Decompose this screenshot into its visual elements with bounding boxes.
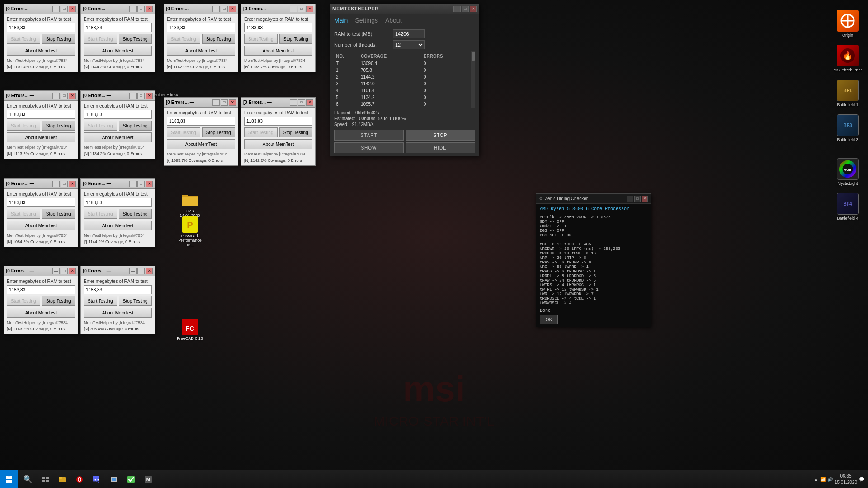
about-btn-8[interactable]: About MemTest	[244, 139, 312, 149]
close-btn-7[interactable]: ✕	[229, 99, 236, 106]
stop-btn-10[interactable]: Stop Testing	[119, 209, 152, 219]
stop-btn-11[interactable]: Stop Testing	[42, 296, 75, 306]
memtest-stop-btn[interactable]: STOP	[406, 130, 475, 141]
taskbar-checkmark-icon[interactable]	[123, 471, 139, 488]
scrollbar[interactable]	[471, 51, 475, 108]
minimize-btn-8[interactable]: —	[290, 99, 297, 106]
ram-input-5[interactable]	[7, 110, 75, 119]
stop-btn-12[interactable]: Stop Testing	[119, 296, 152, 306]
memtest-close-btn[interactable]: ✕	[470, 6, 477, 12]
start-btn-6[interactable]: Start Testing	[84, 121, 117, 131]
ram-input-9[interactable]	[7, 198, 75, 207]
close-btn-10[interactable]: ✕	[146, 181, 153, 187]
nav-main[interactable]: Main	[334, 16, 348, 25]
close-btn-8[interactable]: ✕	[306, 99, 313, 106]
titlebar-8[interactable]: [0 Errors... — — □ ✕	[241, 98, 315, 108]
taskbar-search-icon[interactable]: 🔍	[20, 471, 36, 488]
zen2-minimize-btn[interactable]: —	[627, 196, 633, 202]
origin-icon[interactable]: Origin	[835, 8, 860, 39]
tray-network-icon[interactable]: 📶	[820, 477, 826, 482]
maximize-btn-6[interactable]: □	[137, 93, 145, 99]
minimize-btn-10[interactable]: —	[129, 181, 137, 187]
ram-input-6[interactable]	[84, 110, 152, 119]
memtest-start-btn[interactable]: START	[334, 130, 404, 141]
minimize-btn-3[interactable]: —	[212, 6, 220, 12]
about-btn-10[interactable]: About MemTest	[84, 221, 152, 230]
titlebar-7[interactable]: [0 Errors... — — □ ✕	[164, 98, 238, 108]
start-btn-9[interactable]: Start Testing	[7, 209, 40, 219]
ram-to-test-input[interactable]	[393, 29, 425, 38]
about-btn-2[interactable]: About MemTest	[84, 46, 152, 56]
minimize-btn-5[interactable]: —	[52, 93, 60, 99]
maximize-btn-11[interactable]: □	[61, 268, 68, 274]
about-btn-9[interactable]: About MemTest	[7, 221, 75, 230]
start-btn-3[interactable]: Start Testing	[167, 34, 200, 44]
ram-input-4[interactable]	[244, 23, 312, 32]
taskbar-clock[interactable]: 06:35 15.01.2020	[835, 473, 857, 486]
maximize-btn-10[interactable]: □	[137, 181, 145, 187]
taskbar-explorer-icon[interactable]	[54, 471, 71, 488]
close-btn-5[interactable]: ✕	[69, 93, 76, 99]
titlebar-10[interactable]: [0 Errors... — — □ ✕	[81, 179, 155, 189]
ram-input-2[interactable]	[84, 23, 152, 32]
ram-input-10[interactable]	[84, 198, 152, 207]
ram-input-1[interactable]	[7, 23, 75, 32]
ram-input-8[interactable]	[244, 117, 312, 126]
titlebar-3[interactable]: [0 Errors... — — □ ✕	[164, 4, 238, 14]
about-btn-11[interactable]: About MemTest	[7, 308, 75, 318]
start-btn-11[interactable]: Start Testing	[7, 296, 40, 306]
memtest-maximize-btn[interactable]: □	[462, 6, 469, 12]
minimize-btn-9[interactable]: —	[52, 181, 60, 187]
maximize-btn-9[interactable]: □	[61, 181, 68, 187]
taskbar-discord-icon[interactable]	[89, 471, 105, 488]
minimize-btn-2[interactable]: —	[129, 6, 137, 12]
maximize-btn-2[interactable]: □	[137, 6, 145, 12]
maximize-btn-3[interactable]: □	[221, 6, 228, 12]
stop-btn-6[interactable]: Stop Testing	[119, 121, 152, 131]
minimize-btn-12[interactable]: —	[129, 268, 137, 274]
about-btn-5[interactable]: About MemTest	[7, 132, 75, 142]
memtest-hide-btn[interactable]: HIDE	[406, 142, 475, 153]
start-btn-1[interactable]: Start Testing	[7, 34, 40, 44]
minimize-btn-11[interactable]: —	[52, 268, 60, 274]
stop-btn-7[interactable]: Stop Testing	[202, 127, 236, 137]
start-btn-7[interactable]: Start Testing	[167, 127, 200, 137]
mystic-light-icon[interactable]: RGB MysticLight	[835, 156, 860, 188]
close-btn-4[interactable]: ✕	[306, 6, 313, 12]
tray-volume-icon[interactable]: 🔊	[827, 477, 833, 482]
memtest-minimize-btn[interactable]: —	[453, 6, 461, 12]
minimize-btn-1[interactable]: —	[52, 6, 60, 12]
zen2-close-btn[interactable]: ✕	[642, 196, 648, 202]
ram-input-12[interactable]	[84, 285, 152, 294]
titlebar-2[interactable]: [0 Errors... — — □ ✕	[81, 4, 155, 14]
bf4-icon[interactable]: BF4 Battlefield 4	[835, 191, 860, 222]
about-btn-1[interactable]: About MemTest	[7, 46, 75, 56]
taskbar-task-view-icon[interactable]	[37, 471, 53, 488]
start-btn-12[interactable]: Start Testing	[84, 296, 117, 306]
titlebar-11[interactable]: [0 Errors... — — □ ✕	[4, 266, 78, 276]
passmark-icon[interactable]: P Passmark Preformance Te...	[174, 214, 206, 249]
start-btn-2[interactable]: Start Testing	[84, 34, 117, 44]
zen2-maximize-btn[interactable]: □	[634, 196, 641, 202]
titlebar-9[interactable]: [0 Errors... — — □ ✕	[4, 179, 78, 189]
ram-input-3[interactable]	[167, 23, 235, 32]
bf1-icon[interactable]: BF1 Battlefield 1	[835, 78, 860, 109]
stop-btn-8[interactable]: Stop Testing	[279, 127, 313, 137]
taskbar-opera-icon[interactable]	[71, 471, 88, 488]
memtest-show-btn[interactable]: SHOW	[334, 142, 404, 153]
maximize-btn-12[interactable]: □	[137, 268, 145, 274]
close-btn-9[interactable]: ✕	[69, 181, 76, 187]
minimize-btn-4[interactable]: —	[290, 6, 297, 12]
titlebar-6[interactable]: [0 Errors... — — □ ✕	[81, 91, 155, 101]
zen2-titlebar[interactable]: ⚙ Zen2 Timing Checker — □ ✕	[536, 194, 651, 204]
ram-input-11[interactable]	[7, 285, 75, 294]
zen2-ok-btn[interactable]: OK	[540, 315, 558, 324]
stop-btn-1[interactable]: Stop Testing	[42, 34, 75, 44]
about-btn-4[interactable]: About MemTest	[244, 46, 312, 56]
memtest-main-titlebar[interactable]: MEMTESTHELPER — □ ✕	[330, 4, 479, 14]
titlebar-5[interactable]: [0 Errors... — — □ ✕	[4, 91, 78, 101]
start-btn-4[interactable]: Start Testing	[244, 34, 278, 44]
nav-about[interactable]: About	[385, 16, 402, 25]
stop-btn-9[interactable]: Stop Testing	[42, 209, 75, 219]
maximize-btn-1[interactable]: □	[61, 6, 68, 12]
